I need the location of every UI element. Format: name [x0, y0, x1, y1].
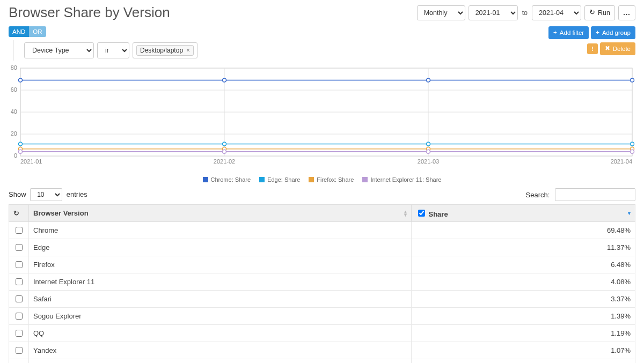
col-share-label: Share — [428, 210, 448, 218]
cell-share: 69.48% — [411, 222, 635, 239]
run-button-label: Run — [598, 9, 610, 17]
svg-point-26 — [631, 142, 634, 146]
date-to-select[interactable]: 2021-04 — [532, 5, 581, 20]
cell-share: 4.08% — [411, 273, 635, 291]
data-table: ↻ Browser Version ▲▼ Share ▼ Chrome69.48… — [9, 204, 635, 363]
more-button[interactable]: ... — [618, 5, 635, 20]
cell-browser: Opera — [29, 359, 412, 364]
table-row: Internet Explorer 114.08% — [9, 273, 635, 291]
legend-item[interactable]: Internet Explorer 11: Share — [362, 176, 441, 183]
col-share-checkbox[interactable] — [418, 210, 425, 217]
cell-share: 1.07% — [411, 342, 635, 359]
col-browser-label: Browser Version — [33, 209, 89, 217]
row-checkbox[interactable] — [16, 278, 23, 285]
cell-share: 1.39% — [411, 308, 635, 325]
svg-text:0: 0 — [14, 152, 17, 159]
filter-chip-label: Desktop/laptop — [140, 47, 183, 54]
cell-browser: Yandex — [29, 342, 412, 359]
row-checkbox[interactable] — [16, 330, 23, 337]
add-filter-label: Add filter — [560, 29, 584, 36]
cell-browser: Sogou Explorer — [29, 308, 412, 325]
table-row: Sogou Explorer1.39% — [9, 308, 635, 325]
legend-swatch — [259, 177, 265, 182]
period-select[interactable]: Monthly — [417, 5, 465, 20]
cell-share: 11.37% — [411, 239, 635, 256]
row-checkbox[interactable] — [16, 295, 23, 302]
and-toggle[interactable]: AND — [9, 26, 29, 37]
run-button[interactable]: ↻ Run — [584, 5, 615, 20]
delete-label: Delete — [613, 46, 631, 52]
svg-point-23 — [19, 142, 23, 146]
table-row: Safari3.37% — [9, 291, 635, 308]
cell-browser: Edge — [29, 239, 412, 256]
cell-browser: Firefox — [29, 256, 412, 273]
col-share[interactable]: Share ▼ — [411, 205, 635, 222]
filter-operator-select[interactable]: in — [97, 42, 129, 58]
legend-label: Firefox: Share — [317, 176, 354, 183]
svg-point-25 — [427, 142, 430, 146]
refresh-icon: ↻ — [13, 209, 19, 217]
plus-icon: + — [596, 29, 599, 36]
legend-label: Edge: Share — [267, 176, 300, 183]
col-browser-version[interactable]: Browser Version ▲▼ — [29, 205, 412, 222]
svg-text:60: 60 — [11, 86, 17, 93]
legend-swatch — [203, 177, 208, 182]
svg-point-33 — [427, 150, 430, 153]
svg-text:2021-04: 2021-04 — [611, 158, 632, 165]
row-checkbox[interactable] — [16, 261, 23, 268]
cell-share: 6.48% — [411, 256, 635, 273]
svg-point-34 — [631, 150, 634, 153]
close-icon: ✖ — [605, 46, 610, 52]
legend-item[interactable]: Edge: Share — [259, 176, 300, 183]
chip-remove-icon[interactable]: × — [186, 47, 190, 54]
search-wrap: Search: — [526, 188, 635, 201]
search-input[interactable] — [555, 188, 635, 201]
add-filter-button[interactable]: + Add filter — [548, 26, 589, 39]
table-row: Edge11.37% — [9, 239, 635, 256]
sort-desc-icon: ▼ — [627, 211, 632, 216]
table-row: Firefox6.48% — [9, 256, 635, 273]
legend-label: Chrome: Share — [211, 176, 251, 183]
legend-swatch — [362, 177, 368, 182]
date-from-select[interactable]: 2021-01 — [469, 5, 518, 20]
svg-point-31 — [19, 150, 23, 153]
legend-label: Internet Explorer 11: Share — [370, 176, 441, 183]
svg-point-21 — [427, 78, 430, 82]
entries-length-select[interactable]: 10 — [30, 188, 62, 201]
entries-label: entries — [67, 190, 87, 198]
andor-toggle[interactable]: AND OR — [9, 26, 46, 37]
entries-length: Show 10 entries — [9, 188, 87, 201]
add-group-label: Add group — [602, 29, 631, 36]
filter-chip: Desktop/laptop × — [136, 45, 194, 56]
chart-legend: Chrome: ShareEdge: ShareFirefox: ShareIn… — [9, 176, 635, 183]
or-toggle[interactable]: OR — [29, 26, 46, 37]
table-row: QQ1.19% — [9, 325, 635, 342]
cell-browser: Chrome — [29, 222, 412, 239]
row-checkbox[interactable] — [16, 313, 23, 320]
svg-text:2021-03: 2021-03 — [418, 158, 439, 165]
svg-text:40: 40 — [11, 108, 17, 115]
svg-point-20 — [223, 78, 226, 82]
chart: 0204060802021-012021-022021-032021-04 Ch… — [9, 65, 635, 183]
svg-point-24 — [223, 142, 226, 146]
add-group-button[interactable]: + Add group — [591, 26, 635, 39]
plus-icon: + — [553, 29, 557, 36]
col-refresh[interactable]: ↻ — [9, 205, 29, 222]
warning-icon: ! — [587, 43, 598, 54]
table-row: Opera0.86% — [9, 359, 635, 364]
cell-share: 3.37% — [411, 291, 635, 308]
svg-text:2021-01: 2021-01 — [20, 158, 42, 165]
filter-value-box[interactable]: Desktop/laptop × — [133, 42, 197, 58]
delete-button[interactable]: ✖ Delete — [600, 42, 635, 55]
sort-icon: ▲▼ — [403, 210, 408, 217]
filter-dimension-select[interactable]: Device Type — [24, 42, 94, 58]
row-checkbox[interactable] — [16, 227, 23, 234]
to-label: to — [521, 9, 529, 17]
svg-point-19 — [19, 78, 23, 82]
cell-browser: Internet Explorer 11 — [29, 273, 412, 291]
row-checkbox[interactable] — [16, 347, 23, 354]
row-checkbox[interactable] — [16, 244, 23, 251]
legend-item[interactable]: Chrome: Share — [203, 176, 251, 183]
legend-item[interactable]: Firefox: Share — [309, 176, 354, 183]
svg-text:20: 20 — [11, 130, 17, 137]
